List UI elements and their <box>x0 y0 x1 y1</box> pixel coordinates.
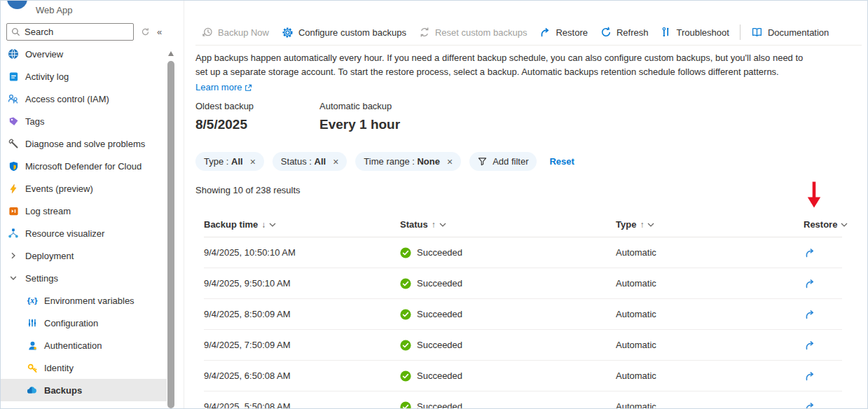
dismiss-icon[interactable]: × <box>447 156 453 167</box>
sidebar-item-authentication[interactable]: Authentication <box>1 334 167 356</box>
sidebar-item-defender[interactable]: Microsoft Defender for Cloud <box>1 155 167 177</box>
column-header-backup-time[interactable]: Backup time↓ <box>204 219 400 230</box>
table-row[interactable]: 9/4/2025, 8:50:09 AM Succeeded Automatic <box>204 299 842 330</box>
tags-icon <box>8 116 19 127</box>
collapse-sidebar-icon[interactable]: « <box>157 27 162 37</box>
chevron-down-icon <box>647 223 654 227</box>
configure-custom-backups-button[interactable]: Configure custom backups <box>275 20 413 44</box>
key-icon <box>27 362 38 373</box>
restore-row-icon[interactable] <box>804 401 815 409</box>
filter-pill-type[interactable]: Type : All × <box>195 152 264 171</box>
funnel-icon <box>478 157 487 166</box>
restore-row-icon[interactable] <box>804 278 815 289</box>
log-stream-icon <box>8 205 19 216</box>
sidebar-item-environment-variables[interactable]: {x} Environment variables <box>1 289 167 312</box>
backup-now-button[interactable]: Backup Now <box>195 20 275 44</box>
dismiss-icon[interactable]: × <box>333 156 338 167</box>
wrench-icon <box>8 138 19 149</box>
oldest-backup-stat: Oldest backup 8/5/2025 <box>195 101 319 132</box>
refresh-button[interactable]: Refresh <box>594 20 655 44</box>
succeeded-check-icon <box>400 247 411 258</box>
sidebar-item-activity-log[interactable]: Activity log <box>1 65 167 88</box>
scroll-up-arrow[interactable] <box>168 51 174 56</box>
table-row[interactable]: 9/4/2025, 6:50:08 AM Succeeded Automatic <box>204 361 842 391</box>
type-cell: Automatic <box>616 401 804 409</box>
sidebar-item-events[interactable]: Events (preview) <box>1 177 167 200</box>
info-text: App backups happen automatically every h… <box>195 51 806 95</box>
table-body: 9/4/2025, 10:50:10 AM Succeeded Automati… <box>204 237 842 409</box>
table-row[interactable]: 9/4/2025, 7:50:09 AM Succeeded Automatic <box>204 330 842 361</box>
status-cell: Succeeded <box>400 247 616 258</box>
column-header-status[interactable]: Status↑ <box>400 219 616 230</box>
backup-stats: Oldest backup 8/5/2025 Automatic backup … <box>195 101 443 132</box>
reset-icon <box>419 27 430 38</box>
table-row[interactable]: 9/4/2025, 10:50:10 AM Succeeded Automati… <box>204 237 842 268</box>
sidebar-nav: Overview Activity log Access control (IA… <box>1 43 167 401</box>
restore-cell <box>804 247 842 258</box>
sidebar-scrollbar-thumb[interactable] <box>167 61 174 408</box>
web-app-resource-icon <box>7 0 27 9</box>
sidebar-item-settings[interactable]: Settings <box>1 267 167 289</box>
restore-button[interactable]: Restore <box>533 20 594 44</box>
restore-row-icon[interactable] <box>804 340 815 351</box>
search-icon <box>11 27 20 36</box>
table-row[interactable]: 9/4/2025, 5:50:08 AM Succeeded Automatic <box>204 391 842 409</box>
sidebar-item-backups[interactable]: Backups <box>1 379 167 401</box>
restore-cell <box>804 309 842 320</box>
lightning-icon <box>8 183 19 194</box>
reset-custom-backups-button[interactable]: Reset custom backups <box>413 20 534 44</box>
status-cell: Succeeded <box>400 340 616 351</box>
chevron-down-icon <box>8 272 19 284</box>
succeeded-check-icon <box>400 340 411 351</box>
column-header-restore[interactable]: Restore <box>804 219 848 230</box>
backups-cloud-icon <box>27 384 38 396</box>
chevron-down-icon <box>439 223 446 227</box>
backup-time-cell: 9/4/2025, 8:50:09 AM <box>204 309 400 319</box>
restore-row-icon[interactable] <box>804 309 815 320</box>
backup-time-cell: 9/4/2025, 7:50:09 AM <box>204 340 400 350</box>
resource-title: Web App <box>36 5 73 15</box>
book-icon <box>751 27 763 38</box>
restore-row-icon[interactable] <box>804 247 815 258</box>
status-cell: Succeeded <box>400 278 616 289</box>
restore-cell <box>804 340 842 351</box>
filter-pill-time-range[interactable]: Time range : None × <box>355 152 461 171</box>
refresh-icon <box>600 27 612 38</box>
shield-icon <box>8 160 19 172</box>
gear-icon <box>282 27 294 39</box>
status-cell: Succeeded <box>400 370 616 382</box>
restore-row-icon[interactable] <box>804 370 815 382</box>
sidebar-item-overview[interactable]: Overview <box>1 43 167 65</box>
sidebar-search-input[interactable]: Search <box>6 23 134 41</box>
sidebar-item-resource-visualizer[interactable]: Resource visualizer <box>1 222 167 244</box>
sidebar-item-configuration[interactable]: Configuration <box>1 312 167 334</box>
learn-more-link[interactable]: Learn more <box>195 81 252 95</box>
activity-log-icon <box>8 71 19 82</box>
command-bar: Backup Now Configure custom backups Rese… <box>195 20 867 44</box>
sidebar-item-log-stream[interactable]: Log stream <box>1 200 167 222</box>
automatic-backup-value: Every 1 hour <box>319 117 443 132</box>
backup-time-cell: 9/4/2025, 6:50:08 AM <box>204 370 400 381</box>
results-summary: Showing 10 of 238 results <box>195 185 301 195</box>
restore-cell <box>804 370 842 382</box>
documentation-button[interactable]: Documentation <box>745 20 835 44</box>
sidebar-item-deployment[interactable]: Deployment <box>1 244 167 267</box>
succeeded-check-icon <box>400 278 411 289</box>
filter-pill-status[interactable]: Status : All × <box>273 152 347 171</box>
backup-time-cell: 9/4/2025, 5:50:08 AM <box>204 401 400 409</box>
sidebar-item-identity[interactable]: Identity <box>1 356 167 379</box>
reset-filters-link[interactable]: Reset <box>549 156 574 167</box>
add-filter-button[interactable]: Add filter <box>469 152 537 171</box>
sidebar-item-diagnose[interactable]: Diagnose and solve problems <box>1 132 167 155</box>
table-row[interactable]: 9/4/2025, 9:50:10 AM Succeeded Automatic <box>204 268 842 299</box>
sidebar-item-access-control[interactable]: Access control (IAM) <box>1 88 167 110</box>
column-header-type[interactable]: Type↑ <box>616 219 804 230</box>
refresh-menu-icon[interactable] <box>141 27 150 36</box>
backup-time-cell: 9/4/2025, 10:50:10 AM <box>204 247 400 258</box>
dismiss-icon[interactable]: × <box>250 156 256 167</box>
chevron-down-icon <box>269 223 276 227</box>
main-content: Backup Now Configure custom backups Rese… <box>184 1 867 408</box>
restore-cell <box>804 401 842 409</box>
troubleshoot-button[interactable]: Troubleshoot <box>654 20 735 44</box>
sidebar-item-tags[interactable]: Tags <box>1 110 167 132</box>
